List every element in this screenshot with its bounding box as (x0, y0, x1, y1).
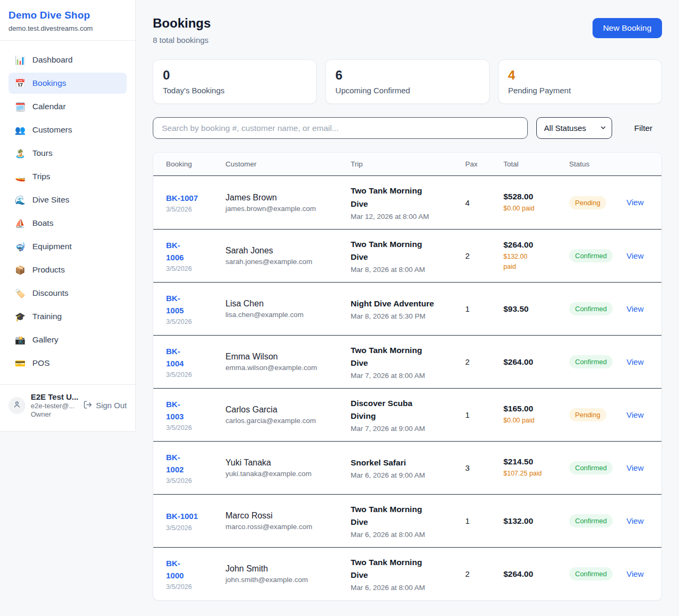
booking-id-link[interactable]: BK-1001 (166, 510, 225, 522)
sidebar-item-dive-sites[interactable]: 🌊 Dive Sites (8, 189, 127, 210)
sidebar-item-label: Dive Sites (32, 195, 69, 205)
sidebar-item-bookings[interactable]: 📅 Bookings (8, 73, 127, 94)
pax-count: 2 (465, 569, 503, 578)
paid-amount: $107.25 paid (503, 469, 569, 478)
table-row: BK-1001 3/5/2026 Marco Rossi marco.rossi… (153, 494, 661, 547)
table-row: BK- 1006 3/5/2026 Sarah Jones sarah.jone… (153, 229, 661, 282)
view-link[interactable]: View (626, 357, 643, 366)
trip-datetime: Mar 6, 2026 at 8:00 AM (351, 531, 465, 539)
pax-count: 4 (465, 198, 503, 207)
sidebar-item-discounts[interactable]: 🏷️ Discounts (8, 283, 127, 304)
sidebar-item-customers[interactable]: 👥 Customers (8, 119, 127, 140)
sidebar-item-trips[interactable]: 🚤 Trips (8, 166, 127, 187)
sidebar: Demo Dive Shop demo.test.divestreams.com… (0, 0, 136, 432)
stat-label: Today's Bookings (163, 86, 307, 95)
sidebar-item-label: Gallery (32, 335, 58, 345)
stats-cards: 0 Today's Bookings 6 Upcoming Confirmed … (153, 59, 662, 104)
view-link[interactable]: View (626, 516, 643, 525)
booking-id-link[interactable]: BK- 1006 (166, 239, 225, 264)
sidebar-item-pos[interactable]: 💳 POS (8, 353, 127, 374)
filter-button[interactable]: Filter (625, 118, 662, 138)
view-link[interactable]: View (626, 198, 643, 207)
sidebar-item-dashboard[interactable]: 📊 Dashboard (8, 49, 127, 71)
pax-count: 1 (465, 410, 503, 419)
customer-name: James Brown (225, 193, 351, 203)
booking-date: 3/5/2026 (166, 265, 225, 272)
customer-email: emma.wilson@example.com (225, 364, 351, 372)
sailboat-icon: ⛵ (15, 218, 25, 228)
customer-email: carlos.garcia@example.com (225, 417, 351, 425)
sidebar-nav: 📊 Dashboard 📅 Bookings 🗓️ Calendar 👥 Cus… (0, 41, 135, 380)
person-icon (13, 400, 21, 411)
status-badge: Pending (569, 408, 606, 421)
sidebar-item-training[interactable]: 🎓 Training (8, 306, 127, 327)
sidebar-item-label: Dashboard (32, 55, 73, 65)
page-title: Bookings (153, 16, 211, 31)
pax-count: 2 (465, 357, 503, 366)
trip-name: Snorkel Safari (351, 456, 465, 469)
sidebar-item-gallery[interactable]: 📸 Gallery (8, 329, 127, 350)
trip-datetime: Mar 7, 2026 at 8:00 AM (351, 372, 465, 380)
sign-out-button[interactable]: Sign Out (83, 400, 127, 411)
credit-card-icon: 💳 (15, 358, 25, 368)
view-link[interactable]: View (626, 569, 643, 578)
column-header-total: Total (503, 160, 569, 168)
total-amount: $93.50 (503, 304, 569, 314)
trip-datetime: Mar 8, 2026 at 5:30 PM (351, 312, 465, 320)
status-badge: Confirmed (569, 355, 613, 368)
brand-title: Demo Dive Shop (8, 10, 127, 21)
sidebar-item-calendar[interactable]: 🗓️ Calendar (8, 96, 127, 117)
sidebar-item-label: Equipment (32, 242, 72, 251)
table-header-row: Booking Customer Trip Pax Total Status (153, 153, 661, 176)
trip-name: Two Tank Morning Dive (351, 556, 465, 582)
spiral-calendar-icon: 🗓️ (15, 102, 25, 112)
new-booking-button[interactable]: New Booking (593, 18, 662, 38)
booking-id-link[interactable]: BK- 1004 (166, 345, 225, 370)
view-link[interactable]: View (626, 251, 643, 260)
booking-date: 3/5/2026 (166, 318, 225, 325)
booking-date: 3/5/2026 (166, 424, 225, 432)
trip-name: Discover Scuba Diving (351, 397, 465, 423)
booking-date: 3/5/2026 (166, 371, 225, 379)
booking-id-link[interactable]: BK- 1002 (166, 451, 225, 476)
sidebar-item-products[interactable]: 📦 Products (8, 259, 127, 280)
user-role: Owner (31, 410, 78, 418)
booking-id-link[interactable]: BK- 1003 (166, 398, 225, 423)
booking-id-link[interactable]: BK- 1005 (166, 292, 225, 317)
trip-name: Two Tank Morning Dive (351, 238, 465, 263)
sidebar-item-label: Training (32, 312, 62, 321)
total-amount: $214.50 (503, 457, 569, 467)
customer-email: lisa.chen@example.com (225, 311, 351, 319)
search-input[interactable] (153, 117, 528, 139)
view-link[interactable]: View (626, 304, 643, 313)
column-header-pax: Pax (465, 160, 503, 168)
user-name: E2E Test U... (31, 392, 78, 401)
bar-chart-icon: 📊 (15, 55, 25, 65)
camera-flash-icon: 📸 (15, 335, 25, 345)
sidebar-item-boats[interactable]: ⛵ Boats (8, 213, 127, 234)
booking-id-link[interactable]: BK-1007 (166, 192, 225, 204)
diving-mask-icon: 🤿 (15, 242, 25, 252)
customer-name: Yuki Tanaka (225, 458, 351, 468)
customer-name: Sarah Jones (225, 246, 351, 256)
view-link[interactable]: View (626, 410, 643, 419)
status-select-wrap: All Statuses (536, 117, 612, 139)
stat-value: 6 (335, 68, 479, 83)
sidebar-item-equipment[interactable]: 🤿 Equipment (8, 236, 127, 257)
view-link[interactable]: View (626, 463, 643, 472)
paid-amount: $0.00 paid (503, 204, 569, 213)
table-row: BK- 1003 3/5/2026 Carlos Garcia carlos.g… (153, 388, 661, 441)
trip-datetime: Mar 7, 2026 at 9:00 AM (351, 425, 465, 433)
sidebar-item-tours[interactable]: 🏝️ Tours (8, 143, 127, 164)
booking-date: 3/5/2026 (166, 206, 225, 213)
status-badge: Confirmed (569, 461, 613, 474)
booking-id-link[interactable]: BK- 1000 (166, 557, 225, 582)
trip-datetime: Mar 8, 2026 at 8:00 AM (351, 266, 465, 274)
sidebar-item-label: Boats (32, 218, 54, 228)
customer-email: marco.rossi@example.com (225, 523, 351, 531)
graduation-cap-icon: 🎓 (15, 312, 25, 322)
status-select[interactable]: All Statuses (536, 117, 612, 139)
sidebar-item-label: Trips (32, 172, 50, 181)
pax-count: 2 (465, 251, 503, 260)
main-content: Bookings 8 total bookings New Booking 0 … (136, 0, 679, 616)
